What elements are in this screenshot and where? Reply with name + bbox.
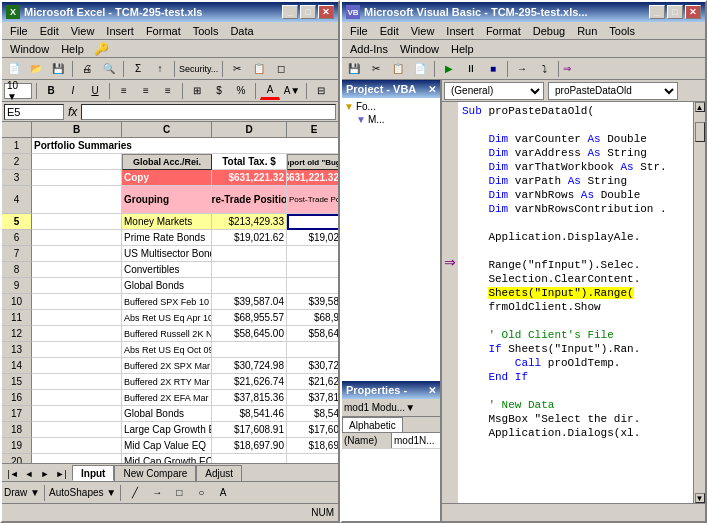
menu-help[interactable]: Help	[55, 42, 90, 56]
menu-edit[interactable]: Edit	[34, 24, 65, 38]
project-tree[interactable]: ▼ Fo... ▼ M...	[342, 98, 440, 381]
excel-restore-btn[interactable]: □	[300, 5, 316, 19]
align-center[interactable]: ≡	[136, 82, 156, 100]
props-name-value[interactable]: mod1N...	[392, 433, 440, 448]
row-3-header[interactable]: 3	[2, 170, 32, 186]
vba-stop-btn[interactable]: ■	[483, 60, 503, 78]
cell-e5[interactable]	[287, 214, 338, 230]
cell-c2[interactable]: Global Acc./Rei.	[122, 154, 212, 170]
cell-e3[interactable]: $631,221.32	[287, 170, 338, 186]
cell-d16[interactable]: $37,815.36	[212, 390, 287, 406]
arrow-tool[interactable]: →	[147, 484, 167, 502]
cell-c10[interactable]: Buffered SPX Feb 10 En Inv Note	[122, 294, 212, 310]
cell-e10[interactable]: $39,58	[287, 294, 338, 310]
cell-d13[interactable]	[212, 342, 287, 358]
cell-c7[interactable]: US Multisector Bonds	[122, 246, 212, 262]
vba-menu-insert[interactable]: Insert	[440, 24, 480, 38]
vba-minimize-btn[interactable]: _	[649, 5, 665, 19]
menu-file[interactable]: File	[4, 24, 34, 38]
vba-step-btn[interactable]: →	[512, 60, 532, 78]
col-b-header[interactable]: B	[32, 122, 122, 138]
cell-c13[interactable]: Abs Ret US Eq Oct 09 En Inv Note	[122, 342, 212, 358]
underline-btn[interactable]: U	[85, 82, 105, 100]
cell-d7[interactable]	[212, 246, 287, 262]
proc-dropdown[interactable]: proPasteDataOld	[548, 82, 678, 100]
preview-btn[interactable]: 🔍	[99, 60, 119, 78]
cell-c15[interactable]: Buffered 2X RTY Mar 12 En Inv M	[122, 374, 212, 390]
tab-nav-next[interactable]: ►	[38, 467, 52, 481]
cell-e2[interactable]: Import old "Bugs"	[287, 154, 338, 170]
sheet-tab-input[interactable]: Input	[72, 465, 114, 481]
cell-d2[interactable]: Total Tax. $	[212, 154, 287, 170]
cell-b11[interactable]	[32, 310, 122, 326]
cell-b10[interactable]	[32, 294, 122, 310]
vba-stepover-btn[interactable]: ⤵	[534, 60, 554, 78]
cell-c12[interactable]: Buffered Russell 2K Nov 10 En Inv	[122, 326, 212, 342]
italic-btn[interactable]: I	[63, 82, 83, 100]
excel-close-btn[interactable]: ✕	[318, 5, 334, 19]
cell-c8[interactable]: Convertibles	[122, 262, 212, 278]
draw-label[interactable]: Draw ▼	[4, 487, 40, 498]
cell-c17[interactable]: Global Bonds	[122, 406, 212, 422]
misc-btn[interactable]: ✂	[227, 60, 247, 78]
excel-minimize-btn[interactable]: _	[282, 5, 298, 19]
misc-btn2[interactable]: 📋	[249, 60, 269, 78]
cell-d5[interactable]: $213,429.33	[212, 214, 287, 230]
cell-d20[interactable]	[212, 454, 287, 463]
fill-color-btn[interactable]: A	[260, 82, 280, 100]
vba-menu-window[interactable]: Window	[394, 42, 445, 56]
cell-e14[interactable]: $30,72	[287, 358, 338, 374]
cell-b15[interactable]	[32, 374, 122, 390]
menu-window[interactable]: Window	[4, 42, 55, 56]
cell-e11[interactable]: $68,9	[287, 310, 338, 326]
row-12-header[interactable]: 12	[2, 326, 32, 342]
cell-e8[interactable]	[287, 262, 338, 278]
sort-asc[interactable]: ↑	[150, 60, 170, 78]
cell-b16[interactable]	[32, 390, 122, 406]
scroll-down-btn[interactable]: ▼	[695, 493, 705, 503]
menu-view[interactable]: View	[65, 24, 101, 38]
properties-module-dropdown[interactable]: mod1 Modu... ▼	[342, 399, 440, 417]
cell-b18[interactable]	[32, 422, 122, 438]
vba-paste-btn[interactable]: 📄	[410, 60, 430, 78]
row-14-header[interactable]: 14	[2, 358, 32, 374]
cell-c6[interactable]: Prime Rate Bonds	[122, 230, 212, 246]
row-1-header[interactable]: 1	[2, 138, 32, 154]
cell-e7[interactable]	[287, 246, 338, 262]
align-left[interactable]: ≡	[114, 82, 134, 100]
vba-menu-view[interactable]: View	[405, 24, 441, 38]
row-15-header[interactable]: 15	[2, 374, 32, 390]
col-d-header[interactable]: D	[212, 122, 287, 138]
rect-tool[interactable]: □	[169, 484, 189, 502]
row-8-header[interactable]: 8	[2, 262, 32, 278]
font-size-dropdown[interactable]: 10 ▼	[4, 83, 32, 99]
autoshapes-label[interactable]: AutoShapes ▼	[49, 487, 116, 498]
cell-d3[interactable]: $631,221.32	[212, 170, 287, 186]
font-color-btn[interactable]: A▼	[282, 82, 302, 100]
cell-d12[interactable]: $58,645.00	[212, 326, 287, 342]
tab-nav-first[interactable]: |◄	[6, 467, 20, 481]
cell-b6[interactable]	[32, 230, 122, 246]
cell-d4[interactable]: Pre-Trade Position	[212, 186, 287, 214]
cell-b9[interactable]	[32, 278, 122, 294]
cell-b8[interactable]	[32, 262, 122, 278]
formula-input[interactable]	[81, 104, 336, 120]
vba-menu-file[interactable]: File	[344, 24, 374, 38]
col-e-header[interactable]: E	[287, 122, 338, 138]
row-6-header[interactable]: 6	[2, 230, 32, 246]
cell-b3[interactable]	[32, 170, 122, 186]
cell-e17[interactable]: $8,54	[287, 406, 338, 422]
cell-c9[interactable]: Global Bonds	[122, 278, 212, 294]
tab-alphabetic[interactable]: Alphabetic	[342, 417, 403, 432]
vba-close-btn[interactable]: ✕	[685, 5, 701, 19]
vba-menu-format[interactable]: Format	[480, 24, 527, 38]
vba-cut-btn[interactable]: ✂	[366, 60, 386, 78]
borders-btn[interactable]: ⊟	[311, 82, 331, 100]
print-btn[interactable]: 🖨	[77, 60, 97, 78]
sheet-tab-compare[interactable]: New Compare	[114, 465, 196, 481]
cell-d19[interactable]: $18,697.90	[212, 438, 287, 454]
tab-nav-prev[interactable]: ◄	[22, 467, 36, 481]
cell-b12[interactable]	[32, 326, 122, 342]
menu-data[interactable]: Data	[224, 24, 259, 38]
tab-nav-last[interactable]: ►|	[54, 467, 68, 481]
